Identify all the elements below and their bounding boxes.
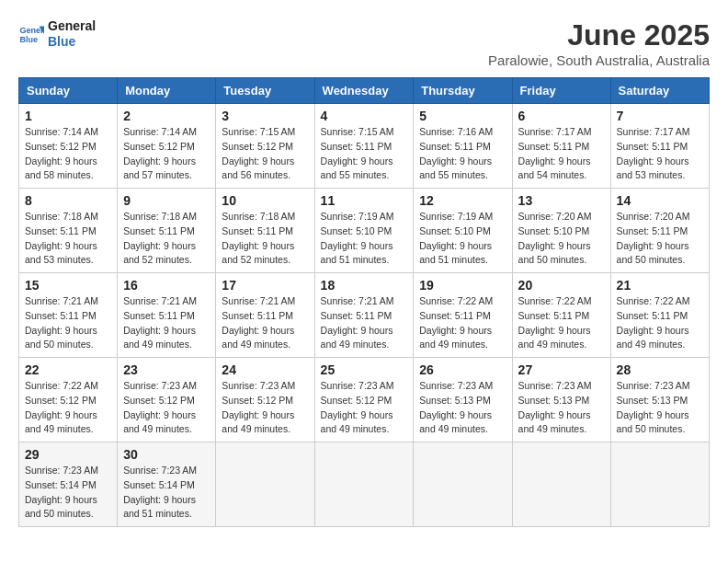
- day-info: Sunrise: 7:19 AMSunset: 5:10 PMDaylight:…: [419, 210, 506, 268]
- day-info: Sunrise: 7:15 AMSunset: 5:12 PMDaylight:…: [222, 125, 308, 183]
- calendar-header-row: SundayMondayTuesdayWednesdayThursdayFrid…: [19, 78, 710, 104]
- day-number: 30: [123, 447, 210, 462]
- calendar-week-row: 1Sunrise: 7:14 AMSunset: 5:12 PMDaylight…: [19, 104, 710, 189]
- day-number: 16: [123, 278, 210, 293]
- calendar-header-sunday: Sunday: [19, 78, 118, 104]
- day-info: Sunrise: 7:15 AMSunset: 5:11 PMDaylight:…: [321, 125, 408, 183]
- calendar-week-row: 8Sunrise: 7:18 AMSunset: 5:11 PMDaylight…: [19, 189, 710, 273]
- day-number: 6: [518, 109, 605, 123]
- calendar-cell: 11Sunrise: 7:19 AMSunset: 5:10 PMDayligh…: [314, 189, 414, 273]
- day-number: 22: [25, 362, 111, 377]
- calendar-cell: 18Sunrise: 7:21 AMSunset: 5:11 PMDayligh…: [314, 273, 414, 358]
- day-info: Sunrise: 7:20 AMSunset: 5:11 PMDaylight:…: [617, 210, 703, 268]
- calendar-cell: 24Sunrise: 7:23 AMSunset: 5:12 PMDayligh…: [216, 358, 314, 442]
- calendar-cell: 27Sunrise: 7:23 AMSunset: 5:13 PMDayligh…: [512, 358, 610, 442]
- day-info: Sunrise: 7:22 AMSunset: 5:11 PMDaylight:…: [617, 294, 703, 352]
- calendar-cell: 21Sunrise: 7:22 AMSunset: 5:11 PMDayligh…: [610, 273, 709, 358]
- day-number: 12: [419, 193, 506, 208]
- day-number: 27: [518, 362, 605, 377]
- svg-text:Blue: Blue: [19, 35, 38, 44]
- calendar-cell: 29Sunrise: 7:23 AMSunset: 5:14 PMDayligh…: [19, 442, 118, 527]
- calendar-cell: 1Sunrise: 7:14 AMSunset: 5:12 PMDaylight…: [19, 104, 118, 189]
- day-number: 7: [617, 109, 703, 123]
- calendar-cell: 14Sunrise: 7:20 AMSunset: 5:11 PMDayligh…: [610, 189, 709, 273]
- day-number: 26: [419, 362, 506, 377]
- calendar-week-row: 22Sunrise: 7:22 AMSunset: 5:12 PMDayligh…: [19, 358, 710, 442]
- calendar-week-row: 15Sunrise: 7:21 AMSunset: 5:11 PMDayligh…: [19, 273, 710, 358]
- calendar-cell: 26Sunrise: 7:23 AMSunset: 5:13 PMDayligh…: [414, 358, 512, 442]
- calendar-cell: 5Sunrise: 7:16 AMSunset: 5:11 PMDaylight…: [414, 104, 512, 189]
- calendar-cell: 13Sunrise: 7:20 AMSunset: 5:10 PMDayligh…: [512, 189, 610, 273]
- location-subtitle: Paralowie, South Australia, Australia: [488, 52, 710, 68]
- day-number: 20: [518, 278, 605, 293]
- day-info: Sunrise: 7:16 AMSunset: 5:11 PMDaylight:…: [419, 125, 506, 183]
- day-info: Sunrise: 7:23 AMSunset: 5:13 PMDaylight:…: [518, 379, 605, 437]
- calendar-week-row: 29Sunrise: 7:23 AMSunset: 5:14 PMDayligh…: [19, 442, 710, 527]
- day-number: 8: [25, 193, 111, 208]
- calendar-body: 1Sunrise: 7:14 AMSunset: 5:12 PMDaylight…: [19, 104, 710, 527]
- day-number: 28: [617, 362, 703, 377]
- calendar-cell: 20Sunrise: 7:22 AMSunset: 5:11 PMDayligh…: [512, 273, 610, 358]
- calendar-cell: [314, 442, 414, 527]
- title-block: June 2025 Paralowie, South Australia, Au…: [488, 18, 710, 68]
- calendar-cell: 9Sunrise: 7:18 AMSunset: 5:11 PMDaylight…: [118, 189, 216, 273]
- day-number: 3: [222, 109, 308, 123]
- day-number: 19: [419, 278, 506, 293]
- calendar-cell: [414, 442, 512, 527]
- day-info: Sunrise: 7:23 AMSunset: 5:13 PMDaylight:…: [617, 379, 703, 437]
- calendar-cell: 2Sunrise: 7:14 AMSunset: 5:12 PMDaylight…: [118, 104, 216, 189]
- day-info: Sunrise: 7:22 AMSunset: 5:11 PMDaylight:…: [419, 294, 506, 352]
- calendar-header-friday: Friday: [512, 78, 610, 104]
- day-number: 21: [617, 278, 703, 293]
- calendar-cell: [216, 442, 314, 527]
- calendar-cell: 3Sunrise: 7:15 AMSunset: 5:12 PMDaylight…: [216, 104, 314, 189]
- day-info: Sunrise: 7:21 AMSunset: 5:11 PMDaylight:…: [123, 294, 210, 352]
- calendar-cell: [512, 442, 610, 527]
- calendar-cell: 23Sunrise: 7:23 AMSunset: 5:12 PMDayligh…: [118, 358, 216, 442]
- logo: General Blue General Blue: [18, 18, 96, 50]
- calendar-header-monday: Monday: [118, 78, 216, 104]
- calendar-cell: [610, 442, 709, 527]
- day-info: Sunrise: 7:23 AMSunset: 5:12 PMDaylight:…: [222, 379, 308, 437]
- day-info: Sunrise: 7:23 AMSunset: 5:13 PMDaylight:…: [419, 379, 506, 437]
- day-info: Sunrise: 7:23 AMSunset: 5:12 PMDaylight:…: [321, 379, 408, 437]
- day-info: Sunrise: 7:23 AMSunset: 5:12 PMDaylight:…: [123, 379, 210, 437]
- day-info: Sunrise: 7:23 AMSunset: 5:14 PMDaylight:…: [123, 464, 210, 522]
- calendar-cell: 16Sunrise: 7:21 AMSunset: 5:11 PMDayligh…: [118, 273, 216, 358]
- day-number: 11: [321, 193, 408, 208]
- calendar-cell: 12Sunrise: 7:19 AMSunset: 5:10 PMDayligh…: [414, 189, 512, 273]
- logo-text-general: General: [48, 18, 96, 34]
- day-info: Sunrise: 7:19 AMSunset: 5:10 PMDaylight:…: [321, 210, 408, 268]
- day-number: 24: [222, 362, 308, 377]
- calendar-cell: 17Sunrise: 7:21 AMSunset: 5:11 PMDayligh…: [216, 273, 314, 358]
- calendar-cell: 10Sunrise: 7:18 AMSunset: 5:11 PMDayligh…: [216, 189, 314, 273]
- day-number: 15: [25, 278, 111, 293]
- day-info: Sunrise: 7:23 AMSunset: 5:14 PMDaylight:…: [25, 464, 111, 522]
- calendar-cell: 15Sunrise: 7:21 AMSunset: 5:11 PMDayligh…: [19, 273, 118, 358]
- day-info: Sunrise: 7:14 AMSunset: 5:12 PMDaylight:…: [25, 125, 111, 183]
- calendar-cell: 7Sunrise: 7:17 AMSunset: 5:11 PMDaylight…: [610, 104, 709, 189]
- day-number: 1: [25, 109, 111, 123]
- day-info: Sunrise: 7:22 AMSunset: 5:11 PMDaylight:…: [518, 294, 605, 352]
- calendar-cell: 4Sunrise: 7:15 AMSunset: 5:11 PMDaylight…: [314, 104, 414, 189]
- calendar-header-wednesday: Wednesday: [314, 78, 414, 104]
- day-info: Sunrise: 7:14 AMSunset: 5:12 PMDaylight:…: [123, 125, 210, 183]
- day-number: 9: [123, 193, 210, 208]
- calendar-header-thursday: Thursday: [414, 78, 512, 104]
- day-info: Sunrise: 7:18 AMSunset: 5:11 PMDaylight:…: [123, 210, 210, 268]
- month-year-title: June 2025: [488, 18, 710, 52]
- calendar-cell: 30Sunrise: 7:23 AMSunset: 5:14 PMDayligh…: [118, 442, 216, 527]
- day-info: Sunrise: 7:21 AMSunset: 5:11 PMDaylight:…: [25, 294, 111, 352]
- header: General Blue General Blue June 2025 Para…: [18, 18, 710, 68]
- calendar-header-tuesday: Tuesday: [216, 78, 314, 104]
- calendar-cell: 25Sunrise: 7:23 AMSunset: 5:12 PMDayligh…: [314, 358, 414, 442]
- day-info: Sunrise: 7:21 AMSunset: 5:11 PMDaylight:…: [321, 294, 408, 352]
- day-info: Sunrise: 7:18 AMSunset: 5:11 PMDaylight:…: [222, 210, 308, 268]
- day-number: 23: [123, 362, 210, 377]
- calendar-cell: 6Sunrise: 7:17 AMSunset: 5:11 PMDaylight…: [512, 104, 610, 189]
- calendar-cell: 28Sunrise: 7:23 AMSunset: 5:13 PMDayligh…: [610, 358, 709, 442]
- logo-icon: General Blue: [18, 21, 44, 47]
- day-number: 14: [617, 193, 703, 208]
- day-info: Sunrise: 7:20 AMSunset: 5:10 PMDaylight:…: [518, 210, 605, 268]
- day-info: Sunrise: 7:22 AMSunset: 5:12 PMDaylight:…: [25, 379, 111, 437]
